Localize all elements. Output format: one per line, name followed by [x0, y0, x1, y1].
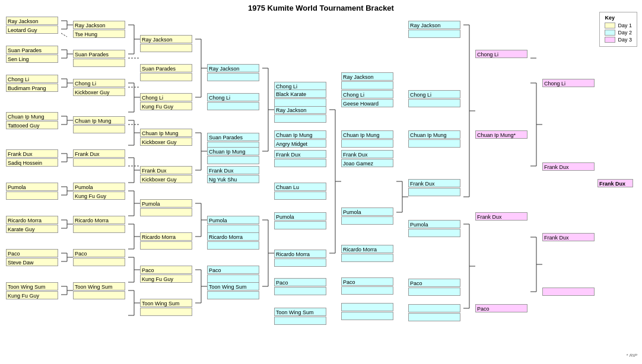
r2-kung-fu-guy: Kung Fu Guy: [73, 191, 125, 200]
r7-empty6: [408, 288, 460, 296]
final1-chong-li: Chong Li: [542, 79, 595, 87]
r3-kickboxer-guy3: Kickboxer Guy: [140, 175, 192, 183]
r5-pumola: Pumola: [274, 212, 326, 221]
final2-empty: [542, 288, 595, 296]
r6-frank-dux: Frank Dux: [341, 150, 393, 158]
page-title: 1975 Kumite World Tournament Bracket: [0, 0, 642, 12]
key-day2-label: Day 2: [618, 30, 632, 36]
r2-suan-parades: Suan Parades: [73, 50, 125, 58]
sf-chong-li: Chong Li: [475, 50, 527, 58]
r1-tattooed-guy: Tattooed Guy: [6, 121, 58, 129]
r3-chong-li: Chong Li: [140, 93, 192, 101]
r5-paco: Paco: [274, 278, 326, 286]
r4-paco: Paco: [207, 266, 259, 274]
r6-ricardo-morra: Ricardo Morra: [341, 245, 393, 253]
r2-chong-li: Chong Li: [73, 79, 125, 87]
r5-frank-dux: Frank Dux: [274, 150, 326, 158]
r7-empty8: [408, 313, 460, 321]
r6-joao-gamez: Joao Gamez: [341, 159, 393, 167]
r2-pumola: Pumola: [73, 183, 125, 191]
r6-ray-jackson: Ray Jackson: [341, 72, 393, 81]
r1-leotard-guy: Leotard Guy: [6, 25, 58, 34]
r3-kung-fu-guy2: Kung Fu Guy: [140, 274, 192, 283]
r2-chuan-ip-mung: Chuan Ip Mung: [73, 116, 125, 124]
r1-paco: Paco: [6, 249, 58, 257]
r2-empty2: [73, 59, 125, 67]
r3-suan-parades: Suan Parades: [140, 64, 192, 72]
sf-chuan-ip-mung-star: Chuan Ip Mung*: [475, 130, 527, 139]
r5-empty-bk: [274, 98, 326, 107]
r4-ng-yuk-shu: Ng Yuk Shu: [207, 175, 259, 183]
r3-chuan-ip-mung: Chuan Ip Mung: [140, 129, 192, 137]
r3-kung-fu-guy: Kung Fu Guy: [140, 102, 192, 110]
r6-geese-howard: Geese Howard: [341, 99, 393, 107]
r7-pumola: Pumola: [408, 220, 460, 228]
r1-toon-wing-sum: Toon Wing Sum: [6, 282, 58, 290]
r3-ray-jackson: Ray Jackson: [140, 35, 192, 43]
r6-empty4: [341, 254, 393, 262]
key-day2-row: Day 2: [605, 30, 632, 36]
r3-kickboxer-guy2: Kickboxer Guy: [140, 138, 192, 146]
r2-ray-jackson: Ray Jackson: [73, 21, 125, 29]
key-label: Key: [605, 15, 632, 21]
r5-ray-jackson: Ray Jackson: [274, 106, 326, 114]
r5-chuan-ip-mung: Chuan Ip Mung: [274, 130, 326, 139]
r1-chuan-ip-mung: Chuan Ip Mung: [6, 112, 58, 120]
r6-pumola: Pumola: [341, 207, 393, 216]
r7-empty3: [408, 139, 460, 148]
r2-empty6: [73, 258, 125, 266]
r2-tse-hung: Tse Hung: [73, 30, 125, 38]
r4-ricardo-morra: Ricardo Morra: [207, 232, 259, 241]
r3-ricardo-morra: Ricardo Morra: [140, 232, 192, 241]
r7-empty2: [408, 99, 460, 107]
r7-paco: Paco: [408, 279, 460, 287]
r4-chong-li: Chong Li: [207, 93, 259, 101]
r5-chong-li: Chong Li: [274, 82, 326, 90]
r6-empty2: [341, 139, 393, 148]
r4-toon-wing-sum: Toon Wing Sum: [207, 282, 259, 290]
r5-empty7: [274, 317, 326, 325]
r6-empty6: [341, 303, 393, 311]
r1-pumola: Pumola: [6, 183, 58, 191]
r4-pumola: Pumola: [207, 216, 259, 224]
r1-suan-parades: Suan Parades: [6, 46, 58, 54]
r5-empty6: [274, 287, 326, 295]
r4-empty2: [207, 102, 259, 110]
r3-empty5: [140, 308, 192, 316]
r1-steve-daw: Steve Daw: [6, 258, 58, 266]
r5-empty5: [274, 258, 326, 267]
r3-empty3: [140, 208, 192, 216]
r4-empty6: [207, 241, 259, 250]
r5-empty3: [274, 191, 326, 200]
r1-sadiq-hossein: Sadiq Hossein: [6, 158, 58, 167]
r5-ricardo-morra: Ricardo Morra: [274, 250, 326, 258]
r3-empty4: [140, 241, 192, 250]
r5-black-karate: Black Karate: [274, 90, 326, 98]
r3-frank-dux: Frank Dux: [140, 166, 192, 174]
r7-empty1: [408, 30, 460, 38]
r1-frank-dux: Frank Dux: [6, 149, 58, 158]
r4-empty1: [207, 73, 259, 81]
r7-chuan-ip-mung: Chuan Ip Mung: [408, 130, 460, 139]
r2-empty5: [73, 225, 125, 233]
r5-angry-midget: Angry Midget: [274, 139, 326, 148]
r4-suan-parades: Suan Parades: [207, 133, 259, 141]
r6-empty1: [341, 81, 393, 90]
r1-ricardo-morra: Ricardo Morra: [6, 216, 58, 224]
r1-ray-jackson: Ray Jackson: [6, 17, 58, 25]
r6-empty5: [341, 286, 393, 295]
rip-note: * RIP: [626, 353, 637, 358]
r2-frank-dux: Frank Dux: [73, 149, 125, 158]
r6-paco: Paco: [341, 277, 393, 286]
r4-empty7: [207, 274, 259, 283]
champion-frank-dux: Frank Dux: [597, 179, 633, 187]
sf-frank-dux: Frank Dux: [475, 212, 527, 221]
r7-empty7: [408, 304, 460, 312]
r4-empty4: [207, 156, 259, 164]
r2-empty7: [73, 291, 125, 299]
final1-frank-dux: Frank Dux: [542, 162, 595, 171]
r3-paco: Paco: [140, 266, 192, 274]
r5-toon-wing-sum: Toon Wing Sum: [274, 308, 326, 316]
key-day3-label: Day 3: [618, 37, 632, 43]
final2-frank-dux: Frank Dux: [542, 233, 595, 241]
